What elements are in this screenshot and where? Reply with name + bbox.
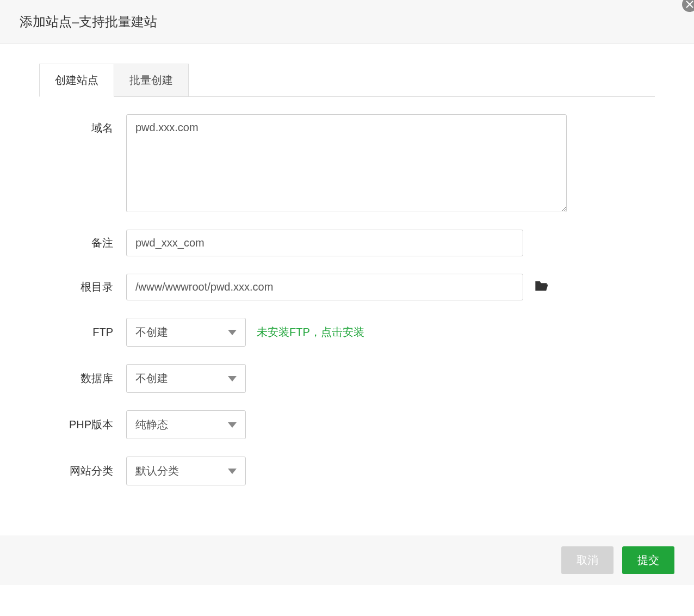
chevron-down-icon [228, 422, 237, 428]
root-input[interactable] [126, 274, 523, 300]
row-database: 数据库 不创建 [39, 364, 655, 393]
category-select[interactable]: 默认分类 [126, 457, 246, 485]
row-category: 网站分类 默认分类 [39, 457, 655, 485]
browse-folder-button[interactable] [534, 279, 549, 295]
php-select-value: 纯静态 [135, 417, 168, 432]
submit-button[interactable]: 提交 [622, 546, 674, 574]
row-domain: 域名 pwd.xxx.com [39, 114, 655, 212]
row-ftp: FTP 不创建 未安装FTP，点击安装 [39, 318, 655, 347]
category-select-value: 默认分类 [135, 464, 179, 478]
label-remark: 备注 [39, 236, 126, 250]
dialog-header: 添加站点–支持批量建站 [0, 0, 694, 44]
row-php: PHP版本 纯静态 [39, 410, 655, 439]
ftp-select-value: 不创建 [135, 325, 168, 340]
dialog-title: 添加站点–支持批量建站 [20, 13, 674, 30]
dialog-body: 创建站点 批量创建 域名 pwd.xxx.com 备注 根目录 [0, 44, 694, 535]
close-icon [685, 0, 694, 9]
add-site-dialog: 添加站点–支持批量建站 创建站点 批量创建 域名 pwd.xxx.com 备注 … [0, 0, 694, 585]
cancel-button[interactable]: 取消 [561, 546, 614, 574]
chevron-down-icon [228, 330, 237, 335]
row-remark: 备注 [39, 230, 655, 256]
dialog-footer: 取消 提交 [0, 535, 694, 585]
label-root: 根目录 [39, 280, 126, 294]
tabs: 创建站点 批量创建 [39, 64, 655, 97]
tab-create-site[interactable]: 创建站点 [39, 64, 114, 97]
label-domain: 域名 [39, 114, 126, 135]
database-select[interactable]: 不创建 [126, 364, 246, 393]
domain-textarea[interactable]: pwd.xxx.com [126, 114, 567, 212]
php-select[interactable]: 纯静态 [126, 410, 246, 439]
chevron-down-icon [228, 469, 237, 474]
ftp-install-hint[interactable]: 未安装FTP，点击安装 [257, 325, 364, 340]
label-category: 网站分类 [39, 464, 126, 478]
label-php: PHP版本 [39, 417, 126, 432]
folder-open-icon [534, 279, 549, 292]
label-ftp: FTP [39, 326, 126, 338]
close-button[interactable] [682, 0, 694, 12]
label-database: 数据库 [39, 371, 126, 386]
tab-batch-create[interactable]: 批量创建 [114, 64, 189, 97]
row-root: 根目录 [39, 274, 655, 300]
chevron-down-icon [228, 376, 237, 381]
database-select-value: 不创建 [135, 371, 168, 386]
remark-input[interactable] [126, 230, 523, 256]
ftp-select[interactable]: 不创建 [126, 318, 246, 347]
